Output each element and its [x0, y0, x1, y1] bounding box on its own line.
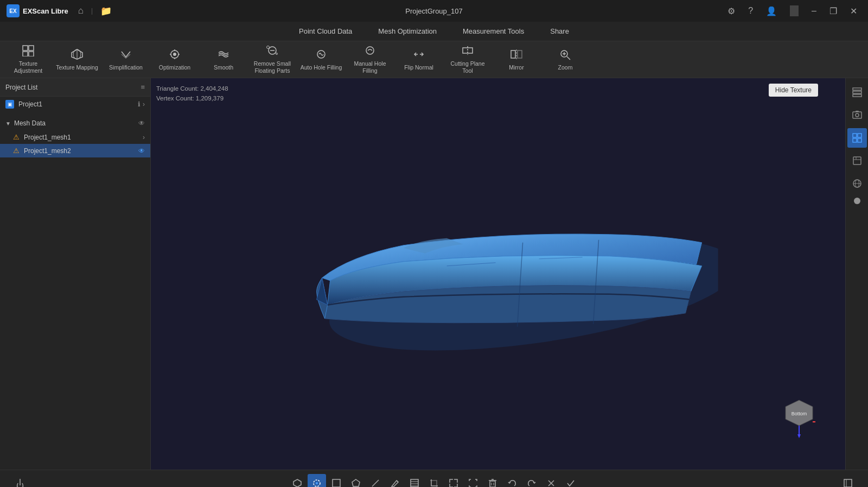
sidebar: Project List ≡ ▣ Project1 ℹ › ▼ Mesh Dat…: [0, 78, 151, 470]
mesh-eye-icon-2[interactable]: 👁: [138, 147, 145, 155]
tool-mirror[interactable]: Mirror: [493, 42, 540, 77]
bottom-btn-group: [288, 474, 580, 488]
svg-line-54: [372, 480, 379, 486]
bottom-btn-paint[interactable]: [386, 474, 404, 488]
mesh-data-section: ▼ Mesh Data 👁 ⚠ Project1_mesh1 › ⚠ Proje…: [0, 116, 150, 157]
tool-texture-adjustment[interactable]: Texture Adjustment: [4, 42, 52, 77]
tool-texture-mapping[interactable]: Texture Mapping: [53, 42, 101, 77]
mirror-icon: [510, 48, 523, 62]
mesh-actions-2: 👁: [138, 147, 145, 155]
right-panel-icon-layers[interactable]: [847, 83, 867, 102]
maximize-button[interactable]: ❐: [825, 4, 841, 18]
svg-rect-22: [518, 50, 522, 58]
svg-marker-49: [293, 479, 301, 487]
svg-point-51: [316, 482, 318, 484]
tool-smooth[interactable]: Smooth: [200, 42, 247, 77]
menu-mesh-optimization[interactable]: Mesh Optimization: [365, 22, 450, 41]
svg-point-39: [856, 113, 859, 117]
hide-texture-button[interactable]: Hide Texture: [769, 84, 818, 97]
mirror-label: Mirror: [509, 64, 524, 71]
bottom-right-icon[interactable]: [839, 474, 857, 488]
right-panel-icon-export[interactable]: [847, 151, 867, 170]
app-name: EXScan Libre: [23, 7, 68, 15]
tool-optimization[interactable]: Optimization: [151, 42, 199, 77]
manual-hole-icon: [363, 45, 376, 58]
zoom-label: Zoom: [558, 64, 573, 71]
tool-cutting-plane[interactable]: Cutting Plane Tool: [444, 42, 492, 77]
bottom-btn-delete[interactable]: [483, 474, 502, 488]
bottom-btn-redo[interactable]: [522, 474, 541, 488]
bottom-btn-rect-sel[interactable]: [327, 474, 346, 488]
svg-rect-37: [853, 94, 861, 97]
texture-mapping-icon: [71, 48, 84, 62]
orientation-cube[interactable]: Bottom: [783, 395, 815, 440]
mesh-data-title: Mesh Data: [14, 119, 46, 127]
mesh-data-header[interactable]: ▼ Mesh Data 👁: [0, 116, 150, 130]
window-controls: ⚙ ? 👤 – ❐ ✕: [723, 4, 861, 18]
folder-icon[interactable]: 📁: [100, 5, 112, 17]
svg-rect-21: [511, 50, 515, 58]
project-item[interactable]: ▣ Project1 ℹ ›: [0, 97, 150, 112]
mesh-arrow-icon-1[interactable]: ›: [143, 134, 145, 141]
tool-manual-hole[interactable]: Manual Hole Filling: [346, 42, 394, 77]
svg-point-16: [276, 53, 278, 55]
bottom-btn-layers[interactable]: [288, 474, 307, 488]
bottom-btn-undo[interactable]: [503, 474, 521, 488]
bottom-btn-cancel[interactable]: [542, 474, 560, 488]
right-panel-icon-globe[interactable]: [847, 174, 867, 193]
viewport[interactable]: Triangle Count: 2,404,248 Vertex Count: …: [151, 78, 845, 470]
tool-simplification[interactable]: Simplification: [102, 42, 150, 77]
right-panel-icon-grid[interactable]: [847, 128, 867, 148]
bottom-btn-line[interactable]: [366, 474, 385, 488]
bottom-btn-rect2[interactable]: [405, 474, 424, 488]
help-icon[interactable]: ?: [744, 4, 757, 18]
right-panel-icon-screenshot[interactable]: [847, 105, 867, 125]
user-icon[interactable]: 👤: [762, 4, 781, 18]
tool-remove-small[interactable]: Remove Small Floating Parts: [248, 42, 296, 77]
project-name: Project1: [18, 100, 42, 108]
collapse-icon: ▼: [5, 121, 11, 127]
settings-icon[interactable]: ⚙: [723, 4, 739, 18]
nav-icons: ⌂ | 📁: [78, 5, 112, 17]
svg-text:Bottom: Bottom: [792, 411, 807, 416]
tool-zoom[interactable]: Zoom: [541, 42, 589, 77]
menu-share[interactable]: Share: [537, 22, 582, 41]
tool-auto-hole[interactable]: Auto Hole Filling: [297, 42, 345, 77]
mesh-item-1[interactable]: ⚠ Project1_mesh1 ›: [0, 130, 150, 144]
close-button[interactable]: ✕: [846, 4, 861, 18]
mesh-name-2: Project1_mesh2: [24, 147, 71, 155]
project-info-icon[interactable]: ℹ: [138, 100, 141, 108]
mesh-actions-1: ›: [143, 134, 145, 141]
app-logo-icon: EX: [7, 4, 20, 17]
svg-rect-45: [853, 157, 861, 165]
texture-adjustment-icon: [22, 45, 35, 58]
list-view-icon[interactable]: ≡: [141, 83, 145, 91]
menubar: Point Cloud Data Mesh Optimization Measu…: [0, 22, 868, 41]
bottom-left-icon[interactable]: [11, 474, 29, 488]
cutting-plane-label: Cutting Plane Tool: [445, 60, 490, 74]
bottom-btn-confirm[interactable]: [561, 474, 580, 488]
triangle-count: Triangle Count: 2,404,248: [156, 84, 228, 93]
main-area: Project List ≡ ▣ Project1 ℹ › ▼ Mesh Dat…: [0, 78, 868, 470]
mesh-data-eye-icon[interactable]: 👁: [138, 119, 145, 127]
bottom-btn-poly-sel[interactable]: [347, 474, 365, 488]
titlebar: EX EXScan Libre ⌂ | 📁 ProjectGroup_107 ⚙…: [0, 0, 868, 22]
bottom-btn-lasso[interactable]: [308, 474, 326, 488]
bottom-btn-fit[interactable]: [464, 474, 482, 488]
svg-marker-34: [797, 434, 801, 438]
project-arrow-icon[interactable]: ›: [143, 100, 145, 108]
svg-line-55: [397, 480, 398, 482]
minimize-button[interactable]: –: [807, 4, 821, 18]
auto-hole-label: Auto Hole Filling: [301, 64, 342, 71]
bottom-btn-crop[interactable]: [425, 474, 443, 488]
auto-hole-icon: [315, 48, 328, 62]
home-icon[interactable]: ⌂: [78, 5, 84, 16]
svg-point-8: [173, 53, 176, 56]
bottom-btn-expand[interactable]: [444, 474, 463, 488]
mesh-item-2[interactable]: ⚠ Project1_mesh2 👁: [0, 144, 150, 157]
svg-rect-38: [853, 112, 861, 118]
svg-rect-1: [29, 46, 34, 50]
menu-measurement-tools[interactable]: Measurement Tools: [450, 22, 537, 41]
menu-point-cloud[interactable]: Point Cloud Data: [286, 22, 365, 41]
tool-flip-normal[interactable]: Flip Normal: [395, 42, 443, 77]
